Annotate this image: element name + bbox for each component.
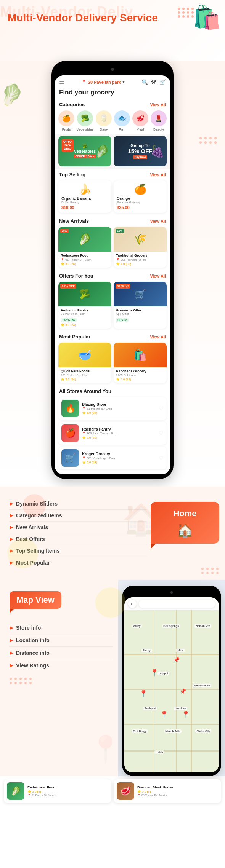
rediscover-bottom-name: Rediscover Food <box>27 785 108 789</box>
map-road-v2 <box>176 610 177 772</box>
grocery-bag-icon: 🛍️ <box>193 4 221 31</box>
top-selling-header: Top Selling View All <box>55 169 170 179</box>
map-pin-4[interactable]: 📍 <box>182 710 190 719</box>
new-arrivals-viewall[interactable]: View All <box>150 219 166 223</box>
map-layout: 📍 Map View ▶ Store info ▶ Location info … <box>0 580 225 776</box>
new-arrivals-label: New Arrivals <box>59 218 89 224</box>
category-fish[interactable]: 🐟 Fish <box>114 110 130 131</box>
offers-viewall[interactable]: View All <box>150 274 166 278</box>
categories-viewall[interactable]: View All <box>150 102 166 107</box>
category-meat[interactable]: 🥩 Meat <box>132 110 148 131</box>
deco-dots-right <box>199 137 217 144</box>
popular-rancher[interactable]: 🛍️ Rancher's Grocery 6205 Babicoro ⭐ 4.0… <box>114 343 167 383</box>
fish-icon: 🐟 <box>114 110 130 126</box>
map-pin-3[interactable]: 📍 <box>160 710 168 719</box>
all-stores-header: All Stores Around You <box>55 386 170 396</box>
rachar-heart-icon[interactable]: ♡ <box>159 430 164 436</box>
phone-camera <box>111 68 114 71</box>
product-orange[interactable]: 🍊 Orange Rancher Grocery $25.00 <box>114 180 167 213</box>
dairy-icon: 🥛 <box>96 110 112 126</box>
categories-header: Categories View All <box>55 99 170 109</box>
arrival-green-img: 🥬 35% <box>58 227 111 252</box>
map-search-bar[interactable] <box>139 600 215 608</box>
popular-row: 🥣 Quick Fare Foods 201 Parker St · 2 km … <box>55 341 170 386</box>
kroger-name: Kroger Grocery <box>82 452 156 456</box>
map-pin-small-1[interactable]: 📌 <box>173 657 180 663</box>
map-label-nelson: Nelson Mtn <box>194 624 211 628</box>
map-title-badge: Map View <box>10 591 61 609</box>
bottom-card-brazilian[interactable]: 🥩 Brazilian Steak House ⭐ 5.0 (6) 📍 86 V… <box>114 779 221 803</box>
location-bar[interactable]: 📍 20 Pavelian park ▾ <box>81 80 125 85</box>
store-rachar[interactable]: 🍎 Rachar's Pantry 📍 366 Avon Trada · 2km… <box>58 422 167 445</box>
arrival-traditional-addr: 📍 306, Tordon · 2 km <box>116 258 164 262</box>
store-blazing[interactable]: 🔥 Blazing Store 📍 91 Parker St · 1km ⭐ 5… <box>58 397 167 420</box>
phone-top-bar: ☰ 📍 20 Pavelian park ▾ 🔍 🗺 🛒 <box>55 75 170 87</box>
category-beauty[interactable]: 💄 Beauty <box>151 110 167 131</box>
new-arrivals-row: 🥬 35% Rediscover Food 📍 91 Parker St · 2… <box>55 225 170 271</box>
orange-store: Rancher Grocery <box>117 201 164 204</box>
map-back-button[interactable]: ← <box>128 600 137 608</box>
buy-now-badge[interactable]: Buy Now <box>133 155 148 159</box>
chevron-icon-3: ▶ <box>10 525 13 530</box>
quickfare-info: Quick Fare Foods 201 Parker St · 2 km ⭐ … <box>58 367 111 383</box>
map-pin-2[interactable]: 📍 <box>139 689 148 698</box>
new-arrivals-header: New Arrivals View All <box>55 216 170 225</box>
hero-section: Multi-Vendor Deliv... Multi-Vendor Deliv… <box>0 0 225 61</box>
map-label-leggett: Leggett <box>158 672 169 675</box>
kroger-heart-icon[interactable]: ♡ <box>159 455 164 461</box>
arrival-traditional-name: Traditional Grocery <box>116 254 164 257</box>
banner-offer[interactable]: Get up To 15% OFF Buy Now 🍇 <box>114 136 167 166</box>
popular-viewall[interactable]: View All <box>150 335 166 339</box>
arrival-traditional[interactable]: 🌾 10% Traditional Grocery 📍 306, Tordon … <box>114 227 167 268</box>
category-fruits[interactable]: 🍊 Fruits <box>58 110 74 131</box>
map-chevron-4: ▶ <box>10 663 13 668</box>
offer-authentic-name: Authentic Pantry <box>61 308 109 312</box>
cart-icon[interactable]: 🛒 <box>159 79 166 85</box>
banana-price: $18.00 <box>61 205 108 210</box>
phone1-screen: ☰ 📍 20 Pavelian park ▾ 🔍 🗺 🛒 Find your g… <box>55 75 170 474</box>
category-vegetables[interactable]: 🥦 Vegetables <box>77 110 93 131</box>
top-selling-viewall[interactable]: View All <box>150 172 166 177</box>
popular-header: Most Popular View All <box>55 332 170 341</box>
popular-quickfare[interactable]: 🥣 Quick Fare Foods 201 Parker St · 2 km … <box>58 343 111 383</box>
offer-authentic[interactable]: 🥦 60% OFF Authentic Pantry 91 Parker st … <box>58 282 111 329</box>
map-feature-distance-info: ▶ Distance info <box>10 647 112 659</box>
location-text: 20 Pavelian park <box>88 80 121 85</box>
offer-authentic-addr: 91 Parker st · 1km <box>61 312 109 316</box>
category-dairy[interactable]: 🥛 Dairy <box>96 110 112 131</box>
arrival-rediscover-rating: ⭐ 5.0 (26) <box>61 262 109 266</box>
deco-map-circle <box>95 587 126 618</box>
map-label-rockport: Rockport <box>143 707 158 710</box>
map-feature-location-info: ▶ Location info <box>10 634 112 647</box>
map-chevron-2: ▶ <box>10 638 13 643</box>
arrival-rediscover[interactable]: 🥬 35% Rediscover Food 📍 91 Parker St · 2… <box>58 227 111 268</box>
offer-gromart[interactable]: 🛒 $100 off Gromart's Offer App Offer SPY… <box>114 282 167 329</box>
map-pin-1[interactable]: 📍 <box>150 669 159 677</box>
phone1-wrapper: 🥬 ☰ 📍 20 Pavelian park ▾ 🔍 <box>0 61 225 487</box>
categories-row: 🍊 Fruits 🥦 Vegetables 🥛 Dairy 🐟 Fish 🥩 <box>55 109 170 134</box>
home-dots-deco <box>201 568 219 574</box>
arrival-badge-10: 10% <box>116 229 124 233</box>
arrival-traditional-rating: ⭐ 4.0 (82) <box>116 262 164 266</box>
home-icon: 🏠 <box>158 522 212 538</box>
bottom-card-rediscover[interactable]: 🥬 Rediscover Food ⭐ 5.0 (8) 📍 91 Parker … <box>4 779 111 803</box>
menu-icon[interactable]: ☰ <box>59 78 64 86</box>
order-now-button[interactable]: ORDER NOW > <box>74 154 96 158</box>
banners-row: UPTO20%DISC 🥦Vegetables ORDER NOW > 🥬 Ge… <box>55 134 170 169</box>
blazing-name: Blazing Store <box>82 402 156 407</box>
map-phone-area: ← Valley Bell <box>118 580 225 776</box>
search-icon[interactable]: 🔍 <box>141 79 148 85</box>
map-pin-small-2[interactable]: 📌 <box>180 688 186 694</box>
product-banana[interactable]: 🍌 Organic Banana Dollar Pantry $18.00 <box>58 180 111 213</box>
banner-vegetables[interactable]: UPTO20%DISC 🥦Vegetables ORDER NOW > 🥬 <box>58 136 111 166</box>
top-selling-row: 🍌 Organic Banana Dollar Pantry $18.00 🍊 … <box>55 179 170 216</box>
rancher-name: Rancher's Grocery <box>116 369 164 373</box>
map-icon[interactable]: 🗺 <box>151 79 156 85</box>
rediscover-bottom-img: 🥬 <box>7 782 24 800</box>
blazing-heart-icon[interactable]: ♡ <box>159 405 164 412</box>
bottom-store-cards: 🥬 Rediscover Food ⭐ 5.0 (8) 📍 91 Parker … <box>0 776 225 806</box>
rancher-info: Rancher's Grocery 6205 Babicoro ⭐ 4.0 (8… <box>114 367 167 383</box>
store-kroger[interactable]: 🛒 Kroger Grocery 📍 601, Cambrige · 2km ⭐… <box>58 447 167 469</box>
map-phone-screen: ← Valley Bell <box>124 597 219 772</box>
phone-notch <box>97 65 128 73</box>
